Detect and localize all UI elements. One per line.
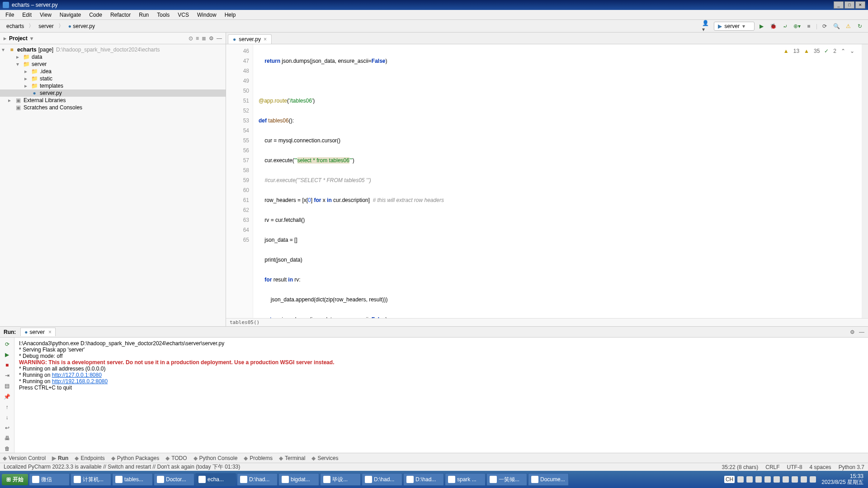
menu-refactor[interactable]: Refactor	[107, 11, 134, 19]
tool-button-python-console[interactable]: ◆Python Console	[193, 455, 238, 461]
tray-icon[interactable]	[746, 476, 753, 483]
chevron-down-icon[interactable]: ⌄	[850, 46, 854, 56]
soft-wrap-button[interactable]: ↩	[3, 424, 11, 432]
line-number[interactable]: 56	[226, 145, 249, 155]
expand-arrow-icon[interactable]: ▸	[24, 75, 31, 82]
line-number[interactable]: 65	[226, 235, 249, 245]
line-number[interactable]: 62	[226, 205, 249, 215]
tree-folder[interactable]: ▾📁server	[0, 61, 226, 68]
expand-arrow-icon[interactable]: ▸	[8, 97, 14, 103]
line-number[interactable]: 47	[226, 56, 249, 66]
expand-all-icon[interactable]: ≡	[196, 35, 199, 42]
taskbar-item[interactable]: Docume...	[528, 473, 569, 486]
console-link[interactable]: http://127.0.0.1:8080	[52, 372, 102, 378]
taskbar-item[interactable]: 微信	[29, 473, 70, 486]
stop-button[interactable]: ■	[804, 22, 813, 31]
tree-library[interactable]: ▣Scratches and Consoles	[0, 104, 226, 111]
tree-library[interactable]: ▸▣External Libraries	[0, 97, 226, 104]
tray-icon[interactable]	[755, 476, 762, 483]
debug-button[interactable]: 🐞	[769, 22, 778, 31]
pin-button[interactable]: 📌	[3, 393, 11, 400]
down-button[interactable]: ↓	[3, 413, 11, 421]
tool-button-services[interactable]: ◆Services	[311, 455, 338, 461]
status-widget[interactable]: Python 3.7	[839, 464, 864, 470]
taskbar-clock[interactable]: 15:33 2023/8/25 星期五	[819, 474, 866, 485]
menu-window[interactable]: Window	[193, 11, 220, 19]
breadcrumb-item[interactable]: server	[36, 22, 56, 30]
editor-body[interactable]: ▲13 ▲35 ✓2 ⌃ ⌄ 4647484950515253545556575…	[226, 44, 868, 318]
status-widget[interactable]: CRLF	[765, 464, 779, 470]
breadcrumb-item[interactable]: echarts	[4, 22, 27, 30]
minimize-button[interactable]: _	[834, 1, 844, 9]
line-number[interactable]: 52	[226, 106, 249, 116]
tool-button-run[interactable]: ▶Run	[52, 455, 68, 461]
taskbar-item[interactable]: tables...	[112, 473, 153, 486]
run-config-selector[interactable]: ▶ server ▾	[714, 22, 755, 31]
line-number[interactable]: 61	[226, 195, 249, 205]
inspection-widget[interactable]: ▲13 ▲35 ✓2 ⌃ ⌄	[783, 46, 854, 56]
tree-folder[interactable]: ▸📁static	[0, 75, 226, 82]
taskbar-item[interactable]: D:\had...	[237, 473, 278, 486]
ide-errors-button[interactable]: ⚠	[844, 22, 853, 31]
line-number[interactable]: 54	[226, 126, 249, 136]
menu-edit[interactable]: Edit	[19, 11, 35, 19]
profile-button[interactable]: ⊕▾	[793, 22, 802, 31]
run-console[interactable]: I:\Anaconda3\python.exe D:\hadoop_spark_…	[14, 338, 868, 453]
tree-root[interactable]: ▾ ■ echarts [page] D:\hadoop_spark_hive_…	[0, 46, 226, 53]
tool-button-endpoints[interactable]: ◆Endpoints	[75, 455, 104, 461]
ime-indicator[interactable]: CH	[724, 476, 735, 483]
expand-arrow-icon[interactable]: ▸	[16, 54, 23, 60]
start-button[interactable]: ⊞ 开始	[2, 474, 28, 485]
user-icon[interactable]: 👤▾	[702, 22, 711, 31]
editor-tab-server[interactable]: ● server.py ×	[228, 34, 272, 44]
sync-button[interactable]: ↻	[855, 22, 864, 31]
run-tab-server[interactable]: ● server ×	[20, 328, 56, 336]
tray-icon[interactable]	[737, 476, 744, 483]
menu-tools[interactable]: Tools	[153, 11, 173, 19]
up-button[interactable]: ↑	[3, 403, 11, 411]
taskbar-item[interactable]: 一笑倾...	[486, 473, 527, 486]
clear-button[interactable]: 🗑	[3, 445, 11, 453]
close-button[interactable]: ✕	[855, 1, 865, 9]
line-number[interactable]: 51	[226, 96, 249, 106]
taskbar-item[interactable]: Doctor...	[154, 473, 194, 486]
line-gutter[interactable]: 4647484950515253545556575859606162636465	[226, 44, 253, 318]
collapse-all-icon[interactable]: ≣	[202, 35, 206, 42]
run-button[interactable]: ▶	[757, 22, 766, 31]
tray-icon[interactable]	[774, 476, 780, 483]
coverage-button[interactable]: ⤾	[781, 22, 790, 31]
taskbar-item[interactable]: bigdat...	[278, 473, 319, 486]
tool-button-todo[interactable]: ◆TODO	[165, 455, 187, 461]
tool-button-version-control[interactable]: ◆Version Control	[3, 455, 46, 461]
status-widget[interactable]: UTF-8	[787, 464, 802, 470]
update-project-button[interactable]: ⟳	[820, 22, 829, 31]
menu-vcs[interactable]: VCS	[174, 11, 193, 19]
line-number[interactable]: 64	[226, 225, 249, 235]
taskbar-item[interactable]: D:\had...	[362, 473, 402, 486]
hide-icon[interactable]: —	[859, 329, 864, 335]
breadcrumb-item[interactable]: ● server.py	[66, 22, 98, 30]
taskbar-item[interactable]: echa...	[195, 473, 236, 486]
tool-button-python-packages[interactable]: ◆Python Packages	[111, 455, 159, 461]
menu-help[interactable]: Help	[221, 11, 240, 19]
status-widget[interactable]: 4 spaces	[810, 464, 831, 470]
taskbar-item[interactable]: spark ...	[445, 473, 486, 486]
settings-icon[interactable]: ⚙	[209, 35, 214, 42]
expand-arrow-icon[interactable]: ▾	[16, 61, 23, 67]
menu-run[interactable]: Run	[135, 11, 152, 19]
chevron-down-icon[interactable]: ▾	[30, 35, 33, 42]
status-message[interactable]: Localized PyCharm 2022.3.3 is available …	[4, 463, 240, 471]
status-widget[interactable]: 35:22 (8 chars)	[722, 464, 759, 470]
expand-arrow-icon[interactable]: ▸	[24, 83, 31, 89]
project-collapse-icon[interactable]: ▸	[4, 35, 6, 42]
step-button[interactable]: ⇥	[3, 372, 11, 380]
layout-button[interactable]: ▤	[3, 382, 11, 390]
chevron-up-icon[interactable]: ⌃	[841, 46, 845, 56]
menu-file[interactable]: File	[2, 11, 18, 19]
editor-scrollbar[interactable]	[862, 44, 868, 318]
tray-icon[interactable]	[810, 476, 816, 483]
run-button[interactable]: ▶	[3, 351, 11, 358]
tree-file[interactable]: ●server.py	[0, 89, 226, 97]
select-opened-file-icon[interactable]: ⊙	[189, 35, 193, 42]
settings-icon[interactable]: ⚙	[850, 329, 855, 335]
